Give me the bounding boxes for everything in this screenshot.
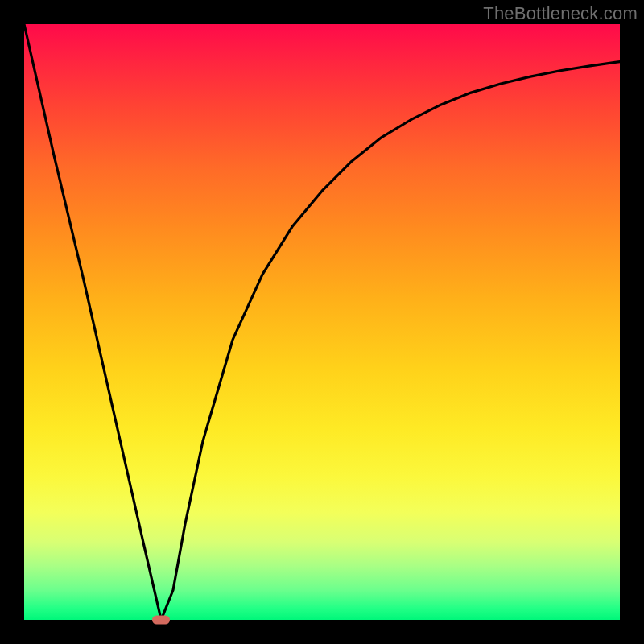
watermark-text: TheBottleneck.com: [483, 3, 638, 24]
bottleneck-curve: [24, 24, 620, 620]
curve-path: [24, 24, 620, 620]
plot-area: [24, 24, 620, 620]
optimal-point-marker: [152, 616, 170, 625]
chart-frame: TheBottleneck.com: [0, 0, 644, 644]
